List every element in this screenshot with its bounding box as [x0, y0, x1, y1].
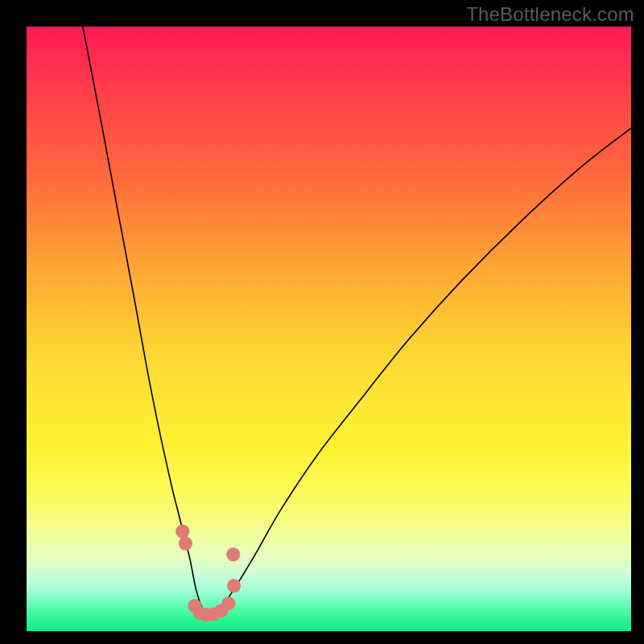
data-marker	[226, 547, 240, 561]
chart-svg	[27, 27, 631, 631]
marker-group	[175, 525, 241, 622]
data-marker	[227, 579, 241, 592]
watermark-text: TheBottleneck.com	[466, 3, 634, 26]
chart-frame: TheBottleneck.com	[0, 0, 644, 644]
data-marker	[175, 525, 189, 539]
plot-area	[27, 27, 631, 631]
data-marker	[179, 537, 192, 551]
bottleneck-curve	[83, 27, 631, 613]
data-marker	[221, 597, 235, 610]
